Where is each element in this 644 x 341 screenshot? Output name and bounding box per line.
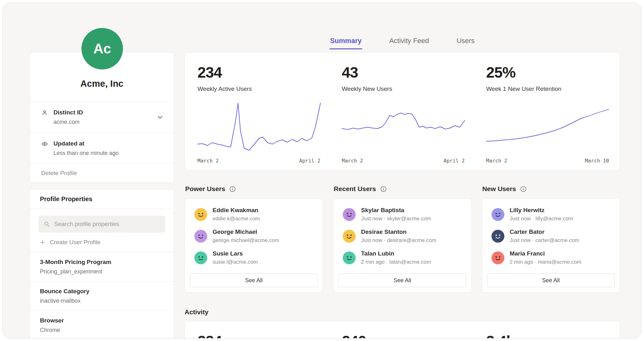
face-icon bbox=[194, 251, 207, 264]
property-value: Pricing_plan_experiment bbox=[40, 268, 164, 275]
see-all-button[interactable]: See All bbox=[190, 273, 318, 287]
profile-properties-search[interactable] bbox=[39, 216, 165, 233]
field-value: acme.com bbox=[53, 119, 83, 125]
company-name: Acme, Inc bbox=[80, 79, 124, 89]
metric-label: Weekly New Users bbox=[342, 85, 465, 92]
user-list-item[interactable]: Eddie Kwakman eddie.k@acme.com bbox=[194, 207, 313, 222]
user-rows: Eddie Kwakman eddie.k@acme.com George Mi… bbox=[190, 207, 318, 273]
user-avatar bbox=[491, 208, 504, 221]
delete-profile-button[interactable]: Delete Profile bbox=[30, 163, 174, 183]
distinct-id-row[interactable]: Distinct ID acme.com bbox=[30, 101, 174, 132]
user-meta: 2 min ago · talan@acme.com bbox=[361, 259, 431, 265]
user-meta: eddie.k@acme.com bbox=[213, 216, 260, 222]
face-icon bbox=[194, 208, 207, 221]
activity-stat-value: 3.4k bbox=[474, 333, 618, 338]
profile-properties-card: Profile Properties Create User Profile 3… bbox=[30, 189, 174, 338]
property-row[interactable]: BrowserChrome bbox=[30, 311, 174, 338]
user-texts: Carter Bator Just now · carter@acme.com bbox=[510, 228, 579, 244]
user-avatar bbox=[343, 251, 356, 264]
see-all-button[interactable]: See All bbox=[338, 273, 466, 287]
tab-activity-feed[interactable]: Activity Feed bbox=[389, 37, 430, 49]
metric-label: Week 1 New User Retention bbox=[486, 85, 609, 92]
user-list-section: Power Users Eddie Kwakman eddie.k@acme.c… bbox=[185, 185, 323, 293]
plus-icon bbox=[39, 239, 46, 245]
line-chart bbox=[342, 103, 465, 150]
eye-icon bbox=[41, 140, 48, 147]
user-list-item[interactable]: Desirae Stanton Just now · desirare@acme… bbox=[343, 228, 462, 244]
face-icon bbox=[343, 208, 356, 221]
x-axis-label-end: April 2 bbox=[299, 158, 320, 164]
activity-stat-value: 234 bbox=[185, 333, 329, 338]
user-list-card: Eddie Kwakman eddie.k@acme.com George Mi… bbox=[185, 198, 323, 293]
x-axis-label-start: March 2 bbox=[342, 158, 363, 164]
company-profile-page: Ac Acme, Inc Distinct ID acme.com Update… bbox=[3, 3, 641, 338]
user-list-item[interactable]: Carter Bator Just now · carter@acme.com bbox=[491, 228, 610, 244]
x-axis: March 2 April 2 bbox=[197, 158, 320, 164]
search-icon bbox=[43, 221, 50, 228]
user-section-title: New Users bbox=[482, 185, 516, 193]
x-axis-label-end: April 2 bbox=[444, 158, 465, 164]
tab-summary[interactable]: Summary bbox=[330, 37, 362, 49]
info-icon[interactable] bbox=[229, 185, 236, 193]
user-avatar bbox=[491, 251, 504, 264]
chevron-down-icon[interactable] bbox=[156, 113, 164, 121]
metric-column: 43 Weekly New Users March 2 April 2 bbox=[329, 64, 474, 170]
user-list-section: Recent Users Skylar Baptista Just now · … bbox=[333, 185, 471, 293]
user-name: Skylar Baptista bbox=[361, 207, 431, 214]
search-input[interactable] bbox=[54, 221, 160, 228]
user-texts: Talan Lubin 2 min ago · talan@acme.com bbox=[361, 250, 431, 265]
user-section-title: Power Users bbox=[185, 185, 225, 193]
activity-stat-value: 240 bbox=[329, 333, 474, 338]
user-list-item[interactable]: Susie Lars susie.l@acme.com bbox=[194, 250, 313, 265]
company-avatar-initials: Ac bbox=[93, 41, 111, 57]
user-list-item[interactable]: George Michael george.michael@acme.com bbox=[194, 228, 313, 244]
user-name: Lilly Herwitz bbox=[510, 207, 573, 214]
face-icon bbox=[194, 230, 207, 243]
user-meta: Just now · lilly@acme.com bbox=[510, 216, 573, 222]
tab-label: Summary bbox=[330, 37, 362, 45]
face-icon bbox=[491, 208, 504, 221]
user-name: Eddie Kwakman bbox=[213, 207, 260, 214]
user-name: Talan Lubin bbox=[361, 250, 431, 257]
tab-bar: SummaryActivity FeedUsers bbox=[185, 37, 620, 49]
user-list-card: Skylar Baptista Just now · skyler@acme.c… bbox=[333, 198, 471, 293]
user-meta: george.michael@acme.com bbox=[213, 237, 279, 244]
metric-value: 43 bbox=[342, 64, 465, 81]
property-list: 3-Month Pricing ProgramPricing_plan_expe… bbox=[30, 252, 174, 338]
tab-label: Users bbox=[457, 37, 475, 45]
field-value: Less than one minute ago bbox=[53, 150, 119, 157]
user-list-item[interactable]: Talan Lubin 2 min ago · talan@acme.com bbox=[343, 250, 462, 265]
activity-section-title: Activity bbox=[185, 308, 620, 316]
user-avatar bbox=[194, 251, 207, 264]
see-all-button[interactable]: See All bbox=[487, 273, 615, 287]
user-sections: Power Users Eddie Kwakman eddie.k@acme.c… bbox=[185, 185, 620, 293]
profile-summary-card: Acme, Inc Distinct ID acme.com Updated a… bbox=[30, 52, 174, 183]
field-text: Updated at Less than one minute ago bbox=[53, 140, 119, 157]
face-icon bbox=[343, 251, 356, 264]
activity-stats: 2342403.4k bbox=[185, 321, 620, 338]
user-list-item[interactable]: Lilly Herwitz Just now · lilly@acme.com bbox=[491, 207, 610, 222]
info-icon[interactable] bbox=[380, 185, 387, 193]
user-list-item[interactable]: Maria Franci 2 min ago · maria@acme.com bbox=[491, 250, 610, 265]
metric-value: 25% bbox=[486, 64, 609, 81]
x-axis: March 2 April 2 bbox=[342, 158, 465, 164]
user-texts: Maria Franci 2 min ago · maria@acme.com bbox=[510, 250, 581, 265]
info-icon[interactable] bbox=[520, 185, 527, 193]
user-name: Maria Franci bbox=[510, 250, 581, 257]
face-icon bbox=[343, 230, 356, 243]
updated-at-row: Updated at Less than one minute ago bbox=[30, 132, 174, 163]
property-value: inactive-mailbox bbox=[40, 298, 164, 304]
user-list-item[interactable]: Skylar Baptista Just now · skyler@acme.c… bbox=[343, 207, 462, 222]
user-texts: Lilly Herwitz Just now · lilly@acme.com bbox=[510, 207, 573, 222]
user-avatar bbox=[194, 208, 207, 221]
property-row[interactable]: Bounce Categoryinactive-mailbox bbox=[30, 281, 174, 311]
property-name: Bounce Category bbox=[40, 288, 164, 295]
line-chart bbox=[486, 103, 609, 150]
user-avatar bbox=[343, 208, 356, 221]
create-user-profile-button[interactable]: Create User Profile bbox=[39, 239, 164, 246]
field-label: Distinct ID bbox=[53, 109, 83, 116]
tab-users[interactable]: Users bbox=[456, 37, 475, 49]
user-meta: susie.l@acme.com bbox=[213, 259, 258, 265]
property-row[interactable]: 3-Month Pricing ProgramPricing_plan_expe… bbox=[30, 252, 174, 281]
user-meta: 2 min ago · maria@acme.com bbox=[510, 259, 581, 265]
